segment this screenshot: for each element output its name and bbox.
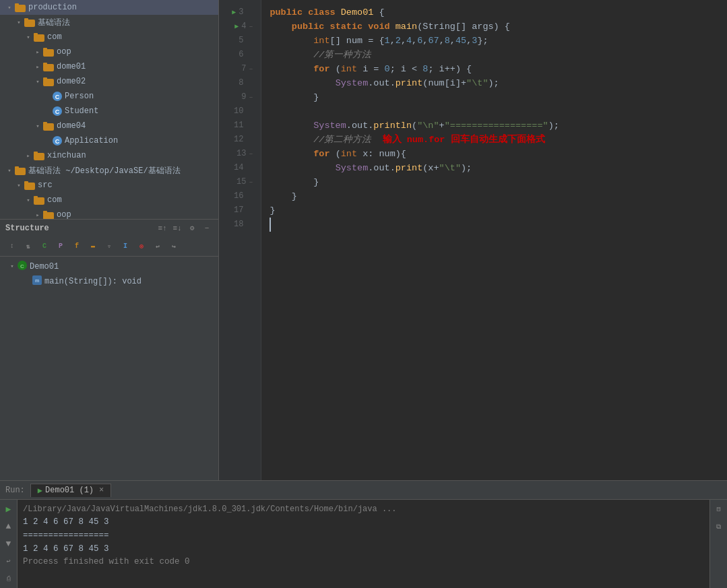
code-line-11: System.out.println("\n"+"===============…: [270, 119, 727, 133]
run-label: Run:: [5, 486, 25, 495]
purple-p-icon[interactable]: P: [54, 240, 67, 253]
sidebar-item-com1[interactable]: com: [0, 30, 218, 44]
print-button[interactable]: ⎙: [2, 572, 15, 585]
tree-arrow-dome04: [34, 122, 42, 130]
struct-align-top[interactable]: ≡↑: [156, 222, 168, 234]
token-num: 4: [406, 34, 412, 48]
sidebar-item-oop1[interactable]: oop: [0, 44, 218, 59]
line-number-18: 18: [224, 218, 255, 232]
token-plain: .out.: [368, 161, 396, 176]
sidebar-item-com2[interactable]: com: [0, 193, 218, 207]
fold-icon-13[interactable]: –: [249, 149, 253, 160]
filter3-icon[interactable]: ↪: [167, 240, 181, 253]
fold-icon-7[interactable]: –: [249, 64, 253, 75]
token-method: print: [396, 76, 423, 91]
sidebar-item-proj2[interactable]: 基础语法 ~/Desktop/JavaSE/基础语法: [0, 163, 218, 178]
sort-alpha-icon[interactable]: ↕: [5, 240, 19, 253]
filter-button[interactable]: ⊟: [712, 502, 726, 516]
sidebar-label-dome02: dome02: [57, 77, 86, 86]
token-num: 3: [472, 34, 477, 48]
sidebar-item-Student[interactable]: C Student: [0, 104, 218, 119]
token-kw: for: [313, 62, 329, 77]
token-plain: [270, 62, 313, 77]
token-num: 1: [385, 34, 390, 48]
sidebar-label-dome01: dome01: [57, 62, 86, 71]
sidebar-item-Application[interactable]: C Application: [0, 133, 218, 148]
scroll-up-button[interactable]: ▲: [2, 520, 15, 533]
struct-icon-main: m: [32, 275, 42, 288]
sidebar-item-oop2[interactable]: oop: [0, 207, 218, 219]
code-line-8: System.out.print(num[i]+"\t");: [270, 76, 727, 90]
sidebar-item-src[interactable]: src: [0, 178, 218, 193]
sidebar-item-jifa-basic[interactable]: 基础语法: [0, 15, 218, 30]
line-number-3: ▶3: [224, 5, 255, 20]
console-line-3: Process finished with exit code 0: [23, 556, 704, 568]
token-string: "\n": [417, 119, 439, 133]
run-tab-label: Demo01 (1): [45, 486, 94, 495]
line-num-text-13: 13: [236, 148, 246, 160]
struct-item-Demo01[interactable]: C Demo01: [3, 259, 216, 274]
token-num: 6: [417, 34, 422, 48]
line-run-arrow-3: ▶: [232, 7, 236, 18]
svg-text:C: C: [55, 108, 60, 115]
orange-rect-icon[interactable]: ▬: [86, 240, 100, 253]
scroll-down-button[interactable]: ▼: [2, 537, 15, 551]
token-plain: }: [270, 189, 297, 204]
tree-icon-src: [24, 181, 35, 190]
line-num-text-17: 17: [234, 204, 243, 217]
tree-arrow-jifa-basic: [15, 18, 23, 26]
tree-arrow-oop2: [34, 211, 42, 219]
sort-num-icon[interactable]: ⇅: [22, 240, 35, 253]
filter2-icon[interactable]: ↩: [151, 240, 164, 253]
tree-icon-production: [15, 3, 26, 12]
struct-item-main[interactable]: m main(String[]): void: [3, 274, 216, 289]
green-circle-icon[interactable]: C: [38, 240, 51, 253]
svg-rect-3: [24, 18, 28, 21]
token-kw2: int: [341, 147, 357, 162]
token-plain: ,: [450, 34, 455, 48]
tree-icon-jifa-basic: [24, 18, 35, 27]
fold-icon-15[interactable]: –: [249, 177, 253, 188]
line-number-16: 16: [224, 189, 255, 203]
line-number-17: 17: [224, 203, 255, 218]
sidebar-item-dome02[interactable]: dome02: [0, 74, 218, 89]
sidebar-label-oop1: oop: [57, 47, 71, 57]
struct-arrow-Demo01: [8, 263, 16, 271]
line-number-5: 5: [224, 34, 255, 48]
sidebar-item-xinchuan1[interactable]: xinchuan: [0, 148, 218, 163]
code-line-16: }: [270, 189, 727, 203]
sidebar-item-production[interactable]: production: [0, 0, 218, 15]
orange-f-icon[interactable]: f: [70, 240, 84, 253]
blue-circle-icon[interactable]: I: [119, 240, 132, 253]
run-button[interactable]: ▶: [2, 502, 15, 516]
token-kw: public: [270, 5, 303, 20]
token-plain: ; i++) {: [428, 62, 472, 77]
token-plain: );: [461, 161, 472, 176]
struct-align-bottom[interactable]: ≡↓: [171, 222, 183, 234]
code-line-12: //第二种方法 输入 num.for 回车自动生成下面格式: [270, 133, 727, 147]
sidebar-item-dome04[interactable]: dome04: [0, 119, 218, 133]
run-tab-close[interactable]: ×: [99, 486, 104, 495]
token-plain: ,: [466, 34, 472, 48]
filter1-icon[interactable]: ▿: [102, 240, 116, 253]
code-line-10: [270, 104, 727, 119]
fold-icon-4[interactable]: –: [249, 22, 253, 32]
sidebar-label-Person: Person: [65, 92, 94, 101]
copy-button[interactable]: ⧉: [712, 520, 726, 533]
svg-rect-5: [34, 33, 38, 36]
sidebar-label-proj2: 基础语法 ~/Desktop/JavaSE/基础语法: [28, 165, 181, 176]
run-tab[interactable]: ▶ Demo01 (1) ×: [30, 484, 111, 497]
wrap-button[interactable]: ↩: [2, 554, 15, 568]
struct-gear[interactable]: ⚙: [186, 222, 198, 234]
fold-icon-9[interactable]: –: [249, 92, 253, 103]
sidebar-item-Person[interactable]: C Person: [0, 89, 218, 104]
sidebar-item-dome01[interactable]: dome01: [0, 59, 218, 74]
struct-minus[interactable]: −: [201, 222, 213, 234]
sidebar-label-dome04: dome04: [57, 121, 86, 131]
red-circle-icon[interactable]: ⊗: [135, 240, 148, 253]
code-content[interactable]: public class Demo01 { public static void…: [261, 0, 727, 480]
tree-arrow-com1: [24, 33, 32, 41]
code-line-7: for (int i = 0; i < 8; i++) {: [270, 62, 727, 76]
tree-arrow-xinchuan1: [24, 152, 32, 160]
main-area: production 基础语法 com oop dome01 dome02 C …: [0, 0, 727, 480]
